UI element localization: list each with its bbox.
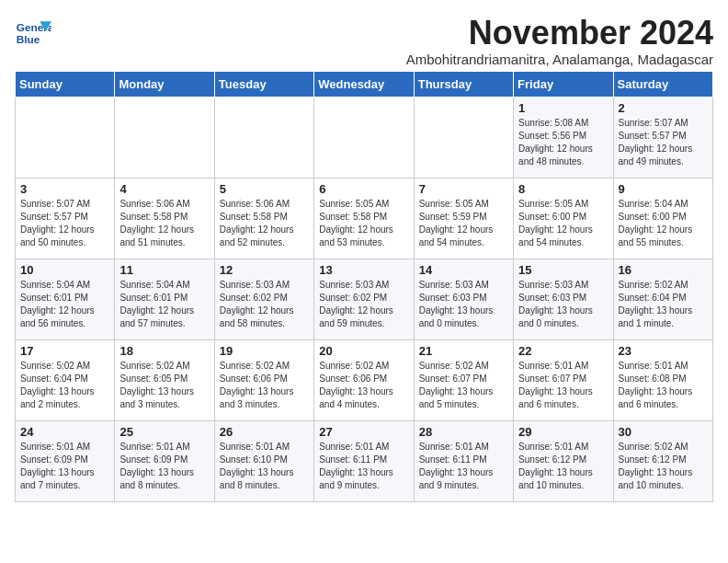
day-number: 30 xyxy=(619,425,708,439)
header-wednesday: Wednesday xyxy=(314,71,414,97)
day-info: Sunrise: 5:02 AM Sunset: 6:04 PM Dayligh… xyxy=(619,279,708,330)
day-cell: 24Sunrise: 5:01 AM Sunset: 6:09 PM Dayli… xyxy=(16,420,115,501)
day-info: Sunrise: 5:04 AM Sunset: 6:01 PM Dayligh… xyxy=(119,279,209,330)
day-number: 5 xyxy=(220,182,309,196)
calendar-table: SundayMondayTuesdayWednesdayThursdayFrid… xyxy=(15,71,713,502)
day-cell: 17Sunrise: 5:02 AM Sunset: 6:04 PM Dayli… xyxy=(16,339,115,420)
day-cell: 2Sunrise: 5:07 AM Sunset: 5:57 PM Daylig… xyxy=(613,97,712,178)
day-cell: 16Sunrise: 5:02 AM Sunset: 6:04 PM Dayli… xyxy=(613,259,712,339)
day-number: 10 xyxy=(20,263,109,277)
day-number: 6 xyxy=(319,182,408,196)
day-number: 26 xyxy=(220,425,309,439)
day-cell: 8Sunrise: 5:05 AM Sunset: 6:00 PM Daylig… xyxy=(514,178,613,259)
day-number: 23 xyxy=(619,344,708,358)
day-info: Sunrise: 5:07 AM Sunset: 5:57 PM Dayligh… xyxy=(20,198,109,249)
day-info: Sunrise: 5:03 AM Sunset: 6:03 PM Dayligh… xyxy=(419,279,508,330)
header-monday: Monday xyxy=(115,71,214,97)
day-info: Sunrise: 5:01 AM Sunset: 6:10 PM Dayligh… xyxy=(220,441,309,492)
day-cell: 21Sunrise: 5:02 AM Sunset: 6:07 PM Dayli… xyxy=(414,339,513,420)
week-row-4: 24Sunrise: 5:01 AM Sunset: 6:09 PM Dayli… xyxy=(16,420,713,501)
day-number: 7 xyxy=(419,182,508,196)
day-info: Sunrise: 5:05 AM Sunset: 6:00 PM Dayligh… xyxy=(518,198,608,249)
day-info: Sunrise: 5:05 AM Sunset: 5:59 PM Dayligh… xyxy=(419,198,508,249)
day-cell: 30Sunrise: 5:02 AM Sunset: 6:12 PM Dayli… xyxy=(613,420,712,501)
header-row: SundayMondayTuesdayWednesdayThursdayFrid… xyxy=(16,71,713,97)
day-cell xyxy=(115,97,214,178)
day-info: Sunrise: 5:03 AM Sunset: 6:02 PM Dayligh… xyxy=(319,279,408,330)
day-cell: 20Sunrise: 5:02 AM Sunset: 6:06 PM Dayli… xyxy=(314,339,414,420)
day-number: 12 xyxy=(220,263,309,277)
day-cell: 4Sunrise: 5:06 AM Sunset: 5:58 PM Daylig… xyxy=(115,178,214,259)
page-header: General Blue November 2024 Ambohitrandri… xyxy=(15,15,713,67)
logo-icon: General Blue xyxy=(15,15,51,52)
day-info: Sunrise: 5:06 AM Sunset: 5:58 PM Dayligh… xyxy=(220,198,309,249)
day-info: Sunrise: 5:06 AM Sunset: 5:58 PM Dayligh… xyxy=(119,198,209,249)
day-cell: 9Sunrise: 5:04 AM Sunset: 6:00 PM Daylig… xyxy=(613,178,712,259)
day-number: 27 xyxy=(319,425,408,439)
day-cell xyxy=(414,97,513,178)
day-number: 16 xyxy=(619,263,708,277)
header-saturday: Saturday xyxy=(613,71,712,97)
header-thursday: Thursday xyxy=(414,71,513,97)
week-row-2: 10Sunrise: 5:04 AM Sunset: 6:01 PM Dayli… xyxy=(16,259,713,339)
day-cell: 26Sunrise: 5:01 AM Sunset: 6:10 PM Dayli… xyxy=(214,420,313,501)
day-info: Sunrise: 5:04 AM Sunset: 6:01 PM Dayligh… xyxy=(20,279,109,330)
day-cell xyxy=(214,97,313,178)
day-cell: 19Sunrise: 5:02 AM Sunset: 6:06 PM Dayli… xyxy=(214,339,313,420)
day-number: 13 xyxy=(319,263,408,277)
day-number: 29 xyxy=(518,425,608,439)
day-cell: 25Sunrise: 5:01 AM Sunset: 6:09 PM Dayli… xyxy=(115,420,214,501)
day-cell xyxy=(16,97,115,178)
day-number: 2 xyxy=(619,101,708,115)
day-info: Sunrise: 5:03 AM Sunset: 6:03 PM Dayligh… xyxy=(518,279,608,330)
title-block: November 2024 Ambohitrandriamanitra, Ana… xyxy=(406,15,713,67)
day-cell: 18Sunrise: 5:02 AM Sunset: 6:05 PM Dayli… xyxy=(115,339,214,420)
day-info: Sunrise: 5:05 AM Sunset: 5:58 PM Dayligh… xyxy=(319,198,408,249)
day-info: Sunrise: 5:08 AM Sunset: 5:56 PM Dayligh… xyxy=(518,117,608,168)
day-cell: 7Sunrise: 5:05 AM Sunset: 5:59 PM Daylig… xyxy=(414,178,513,259)
day-cell xyxy=(314,97,414,178)
day-number: 8 xyxy=(518,182,608,196)
svg-text:Blue: Blue xyxy=(17,33,40,46)
header-tuesday: Tuesday xyxy=(214,71,313,97)
day-info: Sunrise: 5:01 AM Sunset: 6:08 PM Dayligh… xyxy=(619,360,708,411)
day-number: 17 xyxy=(20,344,109,358)
day-cell: 11Sunrise: 5:04 AM Sunset: 6:01 PM Dayli… xyxy=(115,259,214,339)
day-info: Sunrise: 5:01 AM Sunset: 6:12 PM Dayligh… xyxy=(518,441,608,492)
day-cell: 13Sunrise: 5:03 AM Sunset: 6:02 PM Dayli… xyxy=(314,259,414,339)
day-number: 28 xyxy=(419,425,508,439)
day-info: Sunrise: 5:02 AM Sunset: 6:04 PM Dayligh… xyxy=(20,360,109,411)
day-number: 18 xyxy=(119,344,209,358)
day-info: Sunrise: 5:01 AM Sunset: 6:09 PM Dayligh… xyxy=(20,441,109,492)
day-info: Sunrise: 5:04 AM Sunset: 6:00 PM Dayligh… xyxy=(619,198,708,249)
day-cell: 14Sunrise: 5:03 AM Sunset: 6:03 PM Dayli… xyxy=(414,259,513,339)
day-cell: 22Sunrise: 5:01 AM Sunset: 6:07 PM Dayli… xyxy=(514,339,613,420)
day-number: 11 xyxy=(119,263,209,277)
day-cell: 10Sunrise: 5:04 AM Sunset: 6:01 PM Dayli… xyxy=(16,259,115,339)
header-sunday: Sunday xyxy=(16,71,115,97)
day-info: Sunrise: 5:01 AM Sunset: 6:07 PM Dayligh… xyxy=(518,360,608,411)
day-info: Sunrise: 5:01 AM Sunset: 6:09 PM Dayligh… xyxy=(119,441,209,492)
day-cell: 15Sunrise: 5:03 AM Sunset: 6:03 PM Dayli… xyxy=(514,259,613,339)
day-number: 14 xyxy=(419,263,508,277)
day-number: 4 xyxy=(119,182,209,196)
day-cell: 29Sunrise: 5:01 AM Sunset: 6:12 PM Dayli… xyxy=(514,420,613,501)
calendar-title: November 2024 xyxy=(406,15,713,52)
day-number: 3 xyxy=(20,182,109,196)
day-info: Sunrise: 5:02 AM Sunset: 6:07 PM Dayligh… xyxy=(419,360,508,411)
day-info: Sunrise: 5:02 AM Sunset: 6:05 PM Dayligh… xyxy=(119,360,209,411)
day-info: Sunrise: 5:07 AM Sunset: 5:57 PM Dayligh… xyxy=(619,117,708,168)
day-cell: 28Sunrise: 5:01 AM Sunset: 6:11 PM Dayli… xyxy=(414,420,513,501)
day-info: Sunrise: 5:01 AM Sunset: 6:11 PM Dayligh… xyxy=(419,441,508,492)
calendar-subtitle: Ambohitrandriamanitra, Analamanga, Madag… xyxy=(406,52,713,67)
day-info: Sunrise: 5:01 AM Sunset: 6:11 PM Dayligh… xyxy=(319,441,408,492)
week-row-1: 3Sunrise: 5:07 AM Sunset: 5:57 PM Daylig… xyxy=(16,178,713,259)
day-info: Sunrise: 5:02 AM Sunset: 6:12 PM Dayligh… xyxy=(619,441,708,492)
day-info: Sunrise: 5:03 AM Sunset: 6:02 PM Dayligh… xyxy=(220,279,309,330)
day-number: 15 xyxy=(518,263,608,277)
day-number: 21 xyxy=(419,344,508,358)
day-number: 24 xyxy=(20,425,109,439)
day-number: 22 xyxy=(518,344,608,358)
logo: General Blue xyxy=(15,15,55,52)
day-number: 25 xyxy=(119,425,209,439)
